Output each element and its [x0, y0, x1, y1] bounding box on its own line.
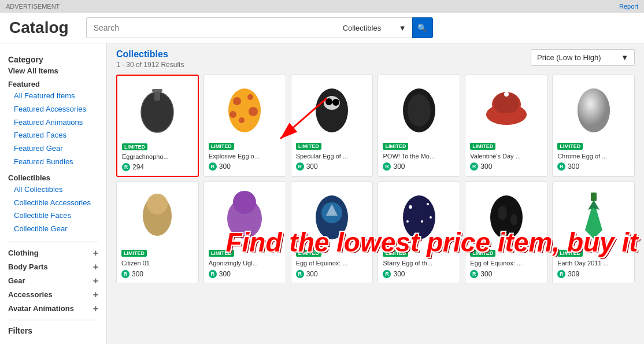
item-image-2 [209, 80, 281, 138]
price-value-4: 300 [393, 162, 405, 171]
advertisement-label: ADVERTISEMENT [6, 3, 60, 10]
limited-badge-10: LIMITED [383, 250, 408, 257]
sort-dropdown[interactable]: Price (Low to High) ▼ [531, 49, 635, 66]
svg-rect-3 [152, 89, 162, 92]
robux-icon-3: R [296, 162, 304, 171]
limited-badge-3: LIMITED [296, 143, 321, 150]
limited-badge-5: LIMITED [470, 143, 495, 150]
price-value-7: 300 [132, 270, 143, 278]
content-breadcrumb[interactable]: Collectibles [116, 49, 184, 60]
item-card-12[interactable]: LIMITED Earth Day 2011 ... R 309 [552, 182, 635, 283]
item-image-12 [557, 187, 630, 245]
ad-bar: ADVERTISEMENT Report [0, 0, 644, 13]
svg-point-11 [316, 88, 348, 132]
sidebar-link-all-featured[interactable]: All Featured Items [8, 90, 98, 103]
robux-icon-7: R [121, 270, 129, 278]
search-category-dropdown[interactable]: Collectibles ▼ [337, 17, 412, 38]
item-image-7 [121, 187, 194, 245]
limited-badge-6: LIMITED [557, 143, 583, 150]
svg-point-10 [239, 117, 245, 123]
item-name-6: Chrome Egg of ... [557, 152, 630, 160]
catalog-title: Catalog [9, 19, 69, 37]
item-image-10 [383, 187, 455, 245]
sidebar: Category View All Items Featured All Fea… [0, 43, 107, 344]
item-card-1[interactable]: LIMITED Eggrachnopho... R 294 [116, 75, 199, 177]
svg-point-23 [578, 88, 610, 132]
limited-badge-7: LIMITED [121, 250, 147, 257]
item-card-3[interactable]: LIMITED Specular Egg of ... R 300 [291, 75, 373, 177]
sidebar-link-all-collectibles[interactable]: All Collectibles [8, 183, 98, 197]
sidebar-link-featured-animations[interactable]: Featured Animations [8, 116, 98, 130]
bodyparts-expandable[interactable]: Body Parts + [8, 262, 98, 272]
svg-point-39 [510, 214, 517, 225]
item-price-12: R 309 [557, 270, 630, 278]
limited-badge-9: LIMITED [296, 250, 321, 257]
sidebar-link-featured-faces[interactable]: Featured Faces [8, 129, 98, 142]
item-card-5[interactable]: LIMITED Valentine's Day ... R 300 [465, 75, 547, 177]
collectibles-group-label: Collectibles [8, 173, 98, 182]
sidebar-link-featured-accessories[interactable]: Featured Accessories [8, 103, 98, 116]
item-image-5 [470, 80, 542, 138]
item-name-4: POW! To the Mo... [383, 152, 455, 160]
sidebar-divider-2 [8, 320, 98, 320]
svg-point-9 [249, 107, 258, 116]
svg-point-7 [247, 94, 253, 100]
robux-icon-6: R [557, 162, 565, 171]
sidebar-link-featured-bundles[interactable]: Featured Bundles [8, 156, 98, 169]
item-name-8: Agonizingly Ugl... [209, 259, 281, 267]
avatar-animations-label: Avatar Animations [8, 304, 74, 313]
search-input[interactable] [86, 17, 337, 38]
item-name-2: Explosive Egg o... [209, 152, 281, 160]
sidebar-link-featured-gear[interactable]: Featured Gear [8, 142, 98, 156]
svg-point-6 [233, 97, 241, 105]
svg-rect-40 [591, 193, 597, 201]
avatar-animations-expandable[interactable]: Avatar Animations + [8, 304, 98, 314]
item-card-6[interactable]: LIMITED Chrome Egg of ... R 300 [552, 75, 635, 177]
gear-label: Gear [8, 276, 25, 285]
svg-point-27 [233, 191, 256, 214]
robux-icon-11: R [470, 270, 478, 278]
item-card-9[interactable]: LIMITED Egg of Equinox: ... R 300 [291, 182, 373, 283]
items-grid: LIMITED Eggrachnopho... R 294 LIMITED Ex… [116, 75, 635, 283]
bodyparts-label: Body Parts [8, 262, 48, 271]
limited-badge-2: LIMITED [209, 143, 234, 150]
price-value-3: 300 [306, 162, 318, 171]
item-card-10[interactable]: LIMITED Starry Egg of th... R 300 [377, 182, 460, 283]
item-name-3: Specular Egg of ... [296, 152, 368, 160]
view-all-items-link[interactable]: View All Items [8, 66, 98, 75]
item-card-4[interactable]: LIMITED POW! To the Mo... R 300 [377, 75, 460, 177]
gear-plus-icon: + [93, 276, 98, 286]
svg-point-32 [409, 205, 412, 209]
svg-point-36 [430, 216, 432, 219]
sidebar-link-collectible-accessories[interactable]: Collectible Accessories [8, 197, 98, 210]
item-card-7[interactable]: LIMITED Citizen 01 R 300 [116, 182, 199, 283]
item-name-10: Starry Egg of th... [383, 259, 455, 267]
item-card-11[interactable]: LIMITED Egg of Equinox: ... R 300 [465, 182, 547, 283]
item-card-8[interactable]: LIMITED Agonizingly Ugl... R 300 [203, 182, 286, 283]
content-area: Collectibles 1 - 30 of 1912 Results Pric… [107, 43, 644, 344]
clothing-expandable[interactable]: Clothing + [8, 248, 98, 258]
search-button[interactable]: 🔍 [412, 17, 433, 38]
filters-title: Filters [8, 326, 98, 335]
robux-icon-12: R [557, 270, 565, 278]
sidebar-divider-1 [8, 242, 98, 242]
svg-point-14 [332, 99, 339, 106]
price-value-8: 300 [219, 270, 231, 278]
sidebar-link-collectible-gear[interactable]: Collectible Gear [8, 223, 98, 236]
report-link[interactable]: Report [619, 3, 638, 10]
item-name-7: Citizen 01 [121, 259, 194, 267]
item-name-9: Egg of Equinox: ... [296, 259, 368, 267]
chevron-down-icon: ▼ [399, 24, 406, 32]
svg-point-37 [490, 195, 523, 239]
item-price-10: R 300 [383, 270, 455, 278]
sidebar-link-collectible-faces[interactable]: Collectible Faces [8, 209, 98, 223]
limited-badge-8: LIMITED [209, 250, 234, 257]
content: Collectibles 1 - 30 of 1912 Results Pric… [107, 43, 644, 289]
item-price-7: R 300 [121, 270, 194, 278]
accessories-expandable[interactable]: Accessories + [8, 290, 98, 300]
item-card-2[interactable]: LIMITED Explosive Egg o... R 300 [203, 75, 286, 177]
gear-expandable[interactable]: Gear + [8, 276, 98, 286]
accessories-label: Accessories [8, 290, 53, 299]
svg-point-25 [147, 194, 168, 214]
price-value-6: 300 [568, 162, 579, 171]
